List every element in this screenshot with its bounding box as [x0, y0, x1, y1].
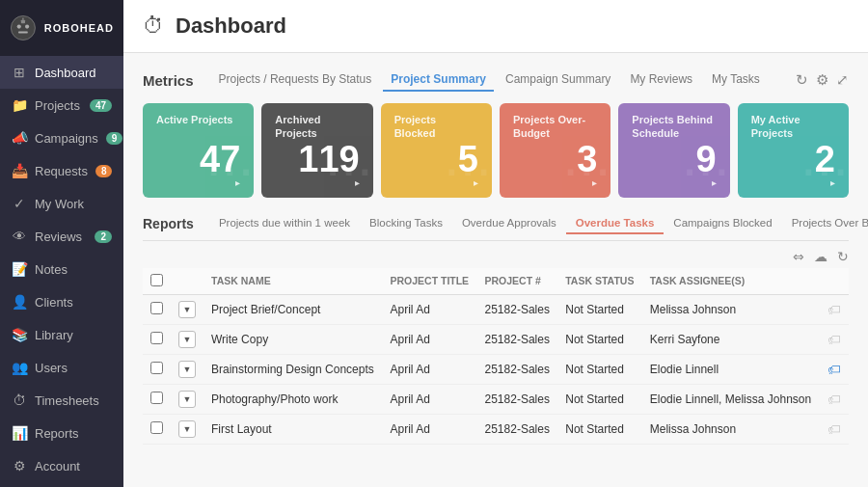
- sidebar-label-notes: Notes: [35, 262, 112, 277]
- row-dropdown-1[interactable]: ▼: [171, 324, 203, 354]
- report-tab-over-budget[interactable]: Projects Over Budget: [782, 213, 868, 234]
- select-all-checkbox[interactable]: [150, 274, 163, 286]
- dropdown-col: [171, 268, 203, 295]
- sidebar-badge-reviews: 2: [95, 230, 112, 243]
- sidebar-label-users: Users: [35, 361, 112, 375]
- row-check-1[interactable]: [150, 332, 163, 344]
- sidebar-item-timesheets[interactable]: ⏱ Timesheets: [0, 384, 123, 417]
- sidebar-label-requests: Requests: [35, 164, 88, 178]
- sidebar-item-users[interactable]: 👥 Users: [0, 351, 123, 384]
- task-name-col: TASK NAME: [203, 268, 382, 295]
- tag-cell-4[interactable]: 🏷: [820, 414, 849, 444]
- report-tab-overdue-tasks[interactable]: Overdue Tasks: [566, 213, 665, 234]
- sidebar-icon-reports: 📊: [12, 425, 27, 441]
- report-tab-campaigns-blocked[interactable]: Campaigns Blocked: [664, 213, 781, 234]
- project-title-4: April Ad: [382, 414, 476, 444]
- select-all-col: [143, 268, 171, 295]
- metric-card-myactive[interactable]: My Active Projects 2 ▸ ···: [738, 103, 849, 198]
- sidebar-item-requests[interactable]: 📥 Requests 8: [0, 154, 123, 187]
- row-dropdown-2[interactable]: ▼: [171, 354, 203, 384]
- sidebar-label-timesheets: Timesheets: [35, 393, 112, 408]
- report-tab-blocking[interactable]: Blocking Tasks: [360, 213, 452, 234]
- metrics-title: Metrics: [143, 72, 194, 89]
- metric-card-behind[interactable]: Projects Behind Schedule 9 ▸ ···: [618, 103, 729, 198]
- tag-cell-3[interactable]: 🏷: [820, 384, 849, 414]
- report-tab-due-week[interactable]: Projects due within 1 week: [209, 213, 360, 234]
- row-dropdown-0[interactable]: ▼: [171, 294, 203, 324]
- sidebar-item-reports[interactable]: 📊 Reports: [0, 417, 123, 449]
- row-check-3[interactable]: [150, 392, 163, 404]
- tag-icon-4[interactable]: 🏷: [827, 421, 841, 437]
- metric-card-blocked[interactable]: Projects Blocked 5 ▸ ···: [381, 103, 492, 198]
- metrics-tab-campaign-summary[interactable]: Campaign Summary: [498, 68, 618, 92]
- task-status-2: Not Started: [557, 354, 642, 384]
- sidebar-icon-reviews: 👁: [12, 229, 27, 244]
- sidebar-item-notes[interactable]: 📝 Notes: [0, 253, 123, 285]
- settings-button[interactable]: ⚙: [816, 71, 828, 89]
- project-title-1: April Ad: [382, 324, 476, 354]
- project-title-2: April Ad: [382, 354, 476, 384]
- report-tab-overdue-approvals[interactable]: Overdue Approvals: [452, 213, 566, 234]
- metric-card-archived[interactable]: Archived Projects 119 ▸ ···: [261, 103, 372, 198]
- row-checkbox-0[interactable]: [143, 294, 171, 324]
- row-checkbox-3[interactable]: [143, 384, 171, 414]
- metrics-header: Metrics Projects / Requests By StatusPro…: [143, 68, 849, 92]
- tag-icon-2[interactable]: 🏷: [827, 362, 841, 377]
- tag-icon-3[interactable]: 🏷: [827, 392, 841, 407]
- row-checkbox-1[interactable]: [143, 324, 171, 354]
- metric-card-overbudget[interactable]: Projects Over-Budget 3 ▸ ···: [500, 103, 610, 198]
- sidebar-item-mywork[interactable]: ✓ My Work: [0, 187, 123, 220]
- sidebar-item-reviews[interactable]: 👁 Reviews 2: [0, 220, 123, 253]
- table-refresh-button[interactable]: ↻: [837, 249, 849, 264]
- tag-cell-2[interactable]: 🏷: [820, 354, 849, 384]
- sidebar-item-library[interactable]: 📚 Library: [0, 318, 123, 351]
- dropdown-btn-0[interactable]: ▼: [178, 301, 196, 318]
- dropdown-btn-4[interactable]: ▼: [178, 420, 196, 438]
- sidebar-item-account[interactable]: ⚙ Account: [0, 449, 123, 482]
- task-status-1: Not Started: [557, 324, 642, 354]
- sidebar-item-campaigns[interactable]: 📣 Campaigns 9: [0, 122, 123, 154]
- tag-icon-1[interactable]: 🏷: [827, 332, 841, 347]
- tag-cell-0[interactable]: 🏷: [820, 294, 849, 324]
- metrics-tab-my-tasks[interactable]: My Tasks: [704, 68, 768, 92]
- download-button[interactable]: ☁: [814, 249, 827, 264]
- row-checkbox-2[interactable]: [143, 354, 171, 384]
- metrics-tab-status[interactable]: Projects / Requests By Status: [211, 68, 380, 92]
- sidebar-item-recycle[interactable]: 🗑 Recycle Bin: [0, 482, 123, 487]
- dropdown-btn-3[interactable]: ▼: [178, 391, 196, 408]
- row-dropdown-4[interactable]: ▼: [171, 414, 203, 444]
- dropdown-btn-2[interactable]: ▼: [178, 361, 196, 378]
- metrics-tab-project-summary[interactable]: Project Summary: [383, 68, 494, 92]
- row-dropdown-3[interactable]: ▼: [171, 384, 203, 414]
- page-title: Dashboard: [176, 14, 286, 39]
- row-check-0[interactable]: [150, 302, 163, 314]
- tag-cell-1[interactable]: 🏷: [820, 324, 849, 354]
- card-dots-overbudget: ···: [562, 140, 610, 198]
- metrics-actions: ↻ ⚙ ⤢: [796, 71, 849, 89]
- sidebar-icon-timesheets: ⏱: [12, 392, 27, 408]
- expand-button[interactable]: ⤢: [836, 71, 849, 89]
- assignees-0: Melissa Johnson: [642, 294, 820, 324]
- column-toggle-button[interactable]: ⇔: [793, 249, 804, 264]
- sidebar-item-clients[interactable]: 👤 Clients: [0, 285, 123, 318]
- row-checkbox-4[interactable]: [143, 414, 171, 444]
- project-title-3: April Ad: [382, 384, 476, 414]
- row-check-4[interactable]: [150, 421, 163, 434]
- project-title-0: April Ad: [382, 294, 476, 324]
- row-check-2[interactable]: [150, 362, 163, 374]
- svg-point-2: [25, 25, 29, 29]
- task-status-4: Not Started: [557, 414, 642, 444]
- sidebar-label-campaigns: Campaigns: [35, 131, 98, 146]
- card-dots-archived: ···: [325, 140, 373, 198]
- metrics-tab-my-reviews[interactable]: My Reviews: [622, 68, 700, 92]
- dropdown-btn-1[interactable]: ▼: [178, 331, 196, 348]
- metric-card-active[interactable]: Active Projects 47 ▸ ···: [143, 103, 254, 198]
- tag-icon-0[interactable]: 🏷: [827, 302, 841, 317]
- sidebar-item-projects[interactable]: 📁 Projects 47: [0, 89, 123, 122]
- metric-cards: Active Projects 47 ▸ ··· Archived Projec…: [143, 103, 849, 198]
- task-name-0: Project Brief/Concept: [203, 294, 382, 324]
- refresh-button[interactable]: ↻: [796, 71, 808, 89]
- sidebar-item-dashboard[interactable]: ⊞ Dashboard: [0, 56, 123, 89]
- table-row: ▼ Brainstorming Design Concepts April Ad…: [143, 354, 849, 384]
- robohead-logo-icon: [10, 12, 37, 44]
